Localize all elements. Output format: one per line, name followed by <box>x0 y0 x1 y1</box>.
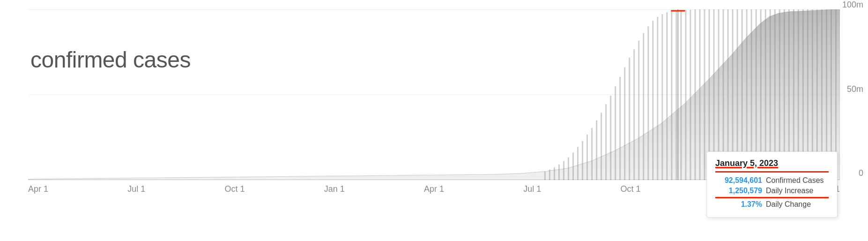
svg-rect-6 <box>568 157 569 180</box>
x-label-oct1-1: Oct 1 <box>224 184 245 194</box>
svg-rect-33 <box>694 9 696 180</box>
svg-rect-11 <box>591 128 593 180</box>
tooltip-red-underline <box>715 197 829 198</box>
svg-rect-8 <box>577 147 579 180</box>
chart-container: confirmed cases 100m 50m 0 <box>0 0 868 241</box>
svg-rect-12 <box>596 120 597 180</box>
svg-rect-32 <box>690 10 691 180</box>
svg-rect-13 <box>601 113 602 180</box>
tooltip-row-1-wrapper: 1,250,579 Daily Increase <box>715 187 829 198</box>
svg-rect-3 <box>554 167 555 180</box>
tooltip-date: January 5, 2023 <box>715 158 829 168</box>
svg-rect-21 <box>638 41 639 180</box>
tooltip-value-2: 1.37% <box>715 200 762 209</box>
tooltip-label-2: Daily Change <box>766 200 811 209</box>
tooltip-red-line-top <box>715 171 829 173</box>
tooltip-row-0: 92,594,601 Confirmed Cases <box>715 176 829 185</box>
x-label-apr1-2: Apr 1 <box>424 184 444 194</box>
svg-rect-26 <box>661 14 663 180</box>
svg-rect-16 <box>615 86 616 180</box>
y-label-0: 0 <box>859 168 863 178</box>
svg-rect-17 <box>619 77 621 180</box>
x-label-jan1-1: Jan 1 <box>324 184 345 194</box>
svg-rect-10 <box>586 135 588 180</box>
svg-rect-19 <box>629 58 630 180</box>
svg-rect-29 <box>675 11 677 180</box>
svg-rect-28 <box>671 11 672 180</box>
x-label-jul1: Jul 1 <box>127 184 145 194</box>
tooltip-label-0: Confirmed Cases <box>766 176 824 185</box>
svg-rect-34 <box>699 9 700 180</box>
svg-rect-24 <box>652 21 653 180</box>
y-axis: 100m 50m 0 <box>842 0 863 178</box>
x-label-oct1-2: Oct 1 <box>620 184 640 194</box>
tooltip-label-1: Daily Increase <box>766 187 813 195</box>
svg-rect-7 <box>572 152 574 180</box>
svg-rect-2 <box>549 170 550 180</box>
tooltip: January 5, 2023 92,594,601 Confirmed Cas… <box>706 151 838 218</box>
svg-rect-1 <box>544 172 546 180</box>
svg-rect-30 <box>680 10 682 180</box>
tooltip-row-2: 1.37% Daily Change <box>715 200 829 209</box>
svg-rect-25 <box>657 17 658 180</box>
tooltip-row-1: 1,250,579 Daily Increase <box>715 187 829 195</box>
y-label-100m: 100m <box>842 0 863 10</box>
svg-rect-15 <box>610 96 611 180</box>
svg-rect-23 <box>647 26 649 180</box>
svg-rect-5 <box>563 161 564 180</box>
svg-rect-18 <box>624 67 625 180</box>
svg-rect-31 <box>685 10 686 180</box>
tooltip-value-1: 1,250,579 <box>715 187 762 195</box>
svg-rect-9 <box>582 141 583 180</box>
tooltip-value-0: 92,594,601 <box>715 176 762 185</box>
svg-rect-27 <box>666 12 668 180</box>
svg-rect-14 <box>605 104 607 180</box>
svg-rect-4 <box>558 165 560 180</box>
x-label-apr1: Apr 1 <box>28 184 48 194</box>
x-label-jul1-2: Jul 1 <box>523 184 541 194</box>
y-label-50m: 50m <box>847 84 863 94</box>
svg-rect-20 <box>633 49 635 180</box>
svg-rect-35 <box>704 9 705 180</box>
svg-rect-22 <box>643 33 644 180</box>
